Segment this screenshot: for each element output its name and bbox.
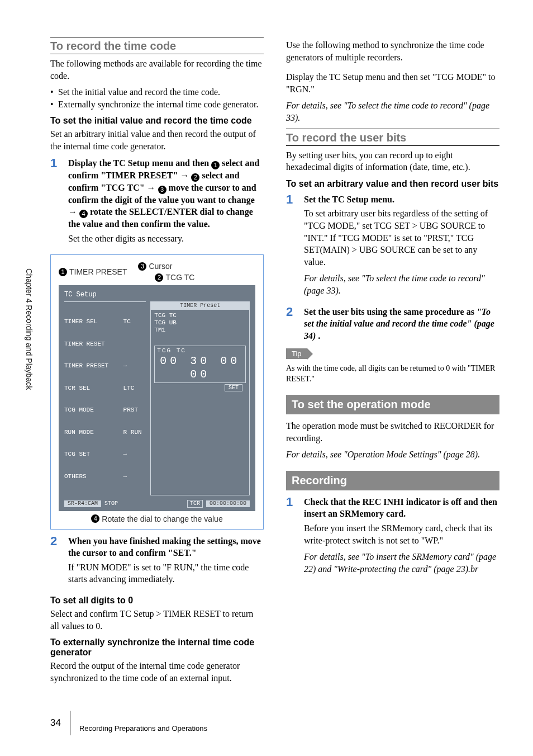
popup-title: TIMER Preset bbox=[151, 302, 249, 310]
popup-line: TCG TC bbox=[154, 312, 246, 319]
circled-4-icon: 4 bbox=[79, 210, 88, 218]
step-number: 1 bbox=[286, 496, 296, 580]
text: Set the user bits using the same procedu… bbox=[304, 307, 477, 316]
step-head: Display the TC Setup menu and then 1 sel… bbox=[68, 157, 264, 230]
screen-title: TC Setup bbox=[64, 291, 250, 299]
body-text: By setting user bits, you can record up … bbox=[286, 149, 499, 173]
tip-label: Tip bbox=[286, 348, 307, 359]
ub-step-1: 1 Set the TC Setup menu. To set arbitrar… bbox=[286, 193, 499, 301]
menu-line: OTHERS → bbox=[64, 473, 146, 480]
figure-screen: TC Setup TIMER SEL TC TIMER RESET TIMER … bbox=[59, 285, 255, 511]
arrow-icon: → bbox=[180, 171, 189, 180]
set-initial-value-heading: To set the initial value and record the … bbox=[50, 116, 264, 126]
circled-3-icon: 3 bbox=[158, 186, 166, 194]
recording-bar: Recording bbox=[286, 471, 499, 490]
status-left: SR-R4:CAM bbox=[64, 500, 101, 507]
step-body: Check that the REC INHI indicator is off… bbox=[304, 496, 499, 580]
step-number: 1 bbox=[50, 157, 60, 249]
step-number: 1 bbox=[286, 193, 296, 301]
popup-line: TCG UB bbox=[154, 319, 246, 327]
sync-intro: Use the following method to synchronize … bbox=[286, 39, 499, 63]
body-text: The operation mode must be switched to R… bbox=[286, 420, 499, 444]
intro-text: The following methods are available for … bbox=[50, 58, 264, 82]
set-arbitrary-value-heading: To set an arbitrary value and then recor… bbox=[286, 179, 499, 189]
cross-reference: For details, see "Operation Mode Setting… bbox=[286, 448, 499, 461]
set-button[interactable]: SET bbox=[225, 384, 242, 391]
left-column: To record the time code The following me… bbox=[50, 37, 264, 688]
label-text: TIMER PRESET bbox=[69, 267, 127, 276]
ub-step-2: 2 Set the user bits using the same proce… bbox=[286, 306, 499, 342]
label-text: Cursor bbox=[149, 262, 172, 271]
tcg-value: 00 30 00 00 bbox=[157, 355, 243, 381]
cross-reference: For details, see "To insert the SRMemory… bbox=[304, 551, 499, 575]
ext-sync-heading: To externally synchronize the internal t… bbox=[50, 637, 264, 658]
arrow-icon: → bbox=[68, 207, 77, 216]
text: . bbox=[318, 331, 320, 341]
list-item: Externally synchronize the internal time… bbox=[50, 98, 264, 111]
popup-line: TM1 bbox=[154, 327, 246, 334]
status-bar: SR-R4:CAM STOP TCR 00:00:00:00 bbox=[64, 500, 250, 508]
circled-4-icon: 4 bbox=[91, 514, 99, 523]
rec-step-1: 1 Check that the REC INHI indicator is o… bbox=[286, 496, 499, 580]
circled-1-icon: 1 bbox=[211, 161, 220, 169]
fig-label-2: 2 TCG TC bbox=[155, 273, 255, 282]
fig-label-3: 3 Cursor bbox=[138, 262, 255, 271]
menu-line: TIMER RESET bbox=[64, 341, 146, 348]
step-head: When you have finished making the settin… bbox=[68, 535, 264, 559]
step-head: Set the user bits using the same procedu… bbox=[304, 306, 499, 342]
screen-menu: TIMER SEL TC TIMER RESET TIMER PRESET → … bbox=[64, 301, 250, 495]
cross-reference: For details, see "To select the time cod… bbox=[286, 100, 499, 124]
right-column: Use the following method to synchronize … bbox=[286, 37, 499, 688]
body-text: Record the output of the internal time c… bbox=[50, 660, 264, 684]
popup: TIMER Preset TCG TC TCG UB TM1 TCG TC 00… bbox=[150, 301, 250, 495]
figure-foot-text: Rotate the dial to change the value bbox=[102, 514, 222, 523]
menu-line: TCG SET → bbox=[64, 451, 146, 458]
popup-body: TCG TC TCG UB TM1 bbox=[151, 310, 249, 343]
status-stop: STOP bbox=[104, 500, 118, 507]
step-number: 2 bbox=[50, 535, 60, 590]
set-all-digits-heading: To set all digits to 0 bbox=[50, 596, 264, 606]
step-body: Display the TC Setup menu and then 1 sel… bbox=[68, 157, 264, 249]
body-text: Set an arbitrary initial value and then … bbox=[50, 128, 264, 152]
circled-2-icon: 2 bbox=[191, 173, 199, 182]
text: rotate the SELECT/ENTER dial to change t… bbox=[68, 207, 253, 229]
tcg-label: TCG TC bbox=[157, 347, 243, 355]
footer-divider bbox=[70, 711, 70, 735]
columns: To record the time code The following me… bbox=[50, 37, 499, 688]
status-tcr: TCR bbox=[187, 500, 203, 508]
operation-mode-bar: To set the operation mode bbox=[286, 395, 499, 414]
step-body-text: To set arbitrary user bits regardless of… bbox=[304, 207, 499, 268]
record-userbits-heading: To record the user bits bbox=[286, 129, 499, 146]
footer-text: Recording Preparations and Operations bbox=[79, 714, 207, 733]
step-head: Check that the REC INHI indicator is off… bbox=[304, 496, 499, 520]
step-head: Set the TC Setup menu. bbox=[304, 193, 499, 206]
step-2: 2 When you have finished making the sett… bbox=[50, 535, 264, 590]
footer: 34 Recording Preparations and Operations bbox=[50, 711, 499, 735]
label-text: TCG TC bbox=[165, 273, 194, 282]
menu-line: TCG MODE PRST bbox=[64, 407, 146, 414]
menu-line: TIMER PRESET → bbox=[64, 362, 146, 370]
step-number: 2 bbox=[286, 306, 296, 342]
step-body: When you have finished making the settin… bbox=[68, 535, 264, 590]
circled-2-icon: 2 bbox=[155, 273, 163, 282]
step-1: 1 Display the TC Setup menu and then 1 s… bbox=[50, 157, 264, 249]
figure-top-labels: 1 TIMER PRESET 3 Cursor 2 TCG TC bbox=[59, 262, 255, 282]
menu-line: TIMER SEL TC bbox=[64, 318, 146, 325]
tip-body: As with the time code, all digits can be… bbox=[286, 363, 499, 385]
text: Display the TC Setup menu and then bbox=[68, 158, 211, 168]
step-body: Set the TC Setup menu. To set arbitrary … bbox=[304, 193, 499, 301]
circled-3-icon: 3 bbox=[138, 262, 146, 271]
step-body: Set the user bits using the same procedu… bbox=[304, 306, 499, 342]
side-chapter-label: Chapter 4 Recording and Playback bbox=[25, 268, 34, 390]
figure-footer: 4 Rotate the dial to change the value bbox=[59, 514, 255, 523]
cross-reference: For details, see "To select the time cod… bbox=[304, 272, 499, 296]
step-body-text: Before you insert the SRMemory card, che… bbox=[304, 522, 499, 546]
set-row: SET bbox=[151, 383, 249, 391]
circled-1-icon: 1 bbox=[59, 268, 67, 276]
tcg-box: TCG TC 00 30 00 00 bbox=[154, 346, 246, 383]
arrow-icon: → bbox=[147, 183, 156, 192]
method-list: Set the initial value and record the tim… bbox=[50, 86, 264, 110]
step-body-text: Set the other digits as necessary. bbox=[68, 233, 264, 245]
status-tc: 00:00:00:00 bbox=[206, 500, 250, 507]
menu-line: TCR SEL LTC bbox=[64, 385, 146, 392]
